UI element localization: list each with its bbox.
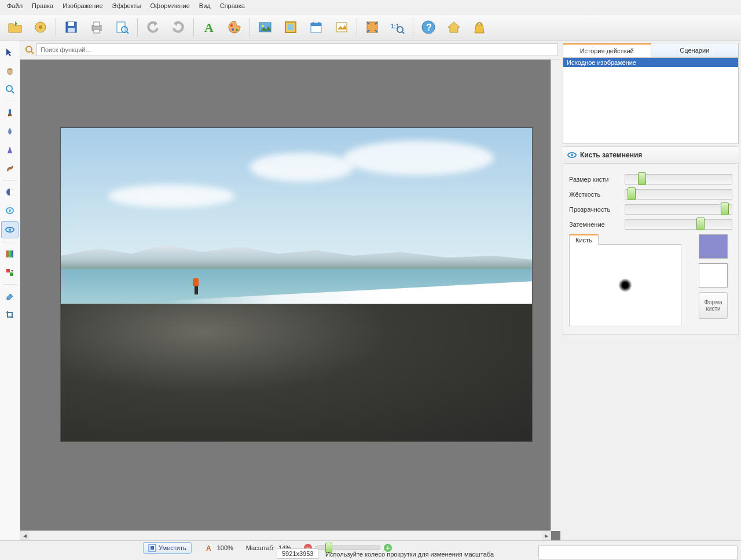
palette-button[interactable] — [223, 17, 246, 38]
svg-point-16 — [262, 25, 264, 27]
calendar-button[interactable] — [305, 17, 328, 38]
burn-tool[interactable] — [1, 221, 19, 238]
tab-history[interactable]: История действий — [563, 43, 651, 57]
menu-edit[interactable]: Правка — [27, 1, 58, 13]
svg-point-30 — [6, 86, 12, 91]
svg-line-10 — [127, 32, 129, 34]
menu-view[interactable]: Вид — [195, 1, 215, 13]
fit-screen-button[interactable]: Уместить — [143, 542, 192, 554]
crop-tool[interactable] — [2, 307, 18, 323]
save-button[interactable] — [60, 17, 83, 38]
menu-image[interactable]: Изображение — [58, 1, 107, 13]
text-a-icon: A — [206, 544, 214, 552]
vertical-scrollbar[interactable] — [551, 60, 560, 531]
menu-help[interactable]: Справка — [215, 1, 250, 13]
svg-text:A: A — [206, 544, 211, 552]
brush-panel: Размер кисти Жёсткость Прозрачность Зате… — [563, 164, 739, 335]
svg-line-42 — [31, 51, 34, 54]
menu-effects[interactable]: Эффекты — [108, 1, 146, 13]
image-canvas[interactable] — [61, 128, 532, 441]
svg-point-35 — [9, 209, 11, 212]
right-tabs: История действий Сценарии — [563, 43, 739, 57]
help-button[interactable]: ? — [417, 17, 440, 38]
redo-button[interactable] — [167, 17, 190, 38]
shop-button[interactable] — [468, 17, 491, 38]
svg-point-44 — [571, 154, 573, 156]
menu-file[interactable]: Файл — [2, 1, 27, 13]
sharpen-tool[interactable] — [2, 142, 18, 158]
menubar: Файл Правка Изображение Эффекты Оформлен… — [0, 0, 741, 14]
menu-decor[interactable]: Оформление — [146, 1, 195, 13]
sponge-tool[interactable] — [2, 202, 18, 219]
dodge-tool[interactable] — [2, 184, 18, 200]
zoom-100-label: 100% — [217, 544, 233, 551]
dimensions-label: 5921x3953 — [277, 548, 318, 559]
preview-button[interactable] — [111, 17, 134, 38]
search-row — [20, 40, 560, 60]
status-input[interactable] — [538, 546, 738, 559]
history-item[interactable]: Исходное изображение — [563, 58, 738, 67]
home-button[interactable] — [442, 17, 465, 38]
zoom-tool[interactable] — [2, 81, 18, 97]
image-button[interactable] — [254, 17, 277, 38]
svg-rect-39 — [6, 269, 10, 272]
svg-rect-4 — [68, 28, 75, 32]
pointer-tool[interactable] — [2, 44, 18, 60]
gradient-tool[interactable] — [2, 246, 18, 262]
brush-tool[interactable] — [2, 105, 18, 121]
size-slider[interactable] — [625, 174, 732, 185]
svg-text:A: A — [204, 20, 214, 35]
darken-slider[interactable] — [625, 219, 732, 230]
darken-label: Затемнение — [569, 221, 625, 228]
hardness-slider[interactable] — [625, 189, 732, 200]
color-swatch-primary[interactable] — [699, 234, 728, 259]
scroll-right-icon[interactable]: ▶ — [542, 531, 551, 540]
svg-rect-20 — [311, 23, 321, 26]
horizontal-scrollbar[interactable]: ◀ ▶ — [20, 530, 551, 540]
replace-color-tool[interactable] — [2, 264, 18, 281]
brush-preview — [569, 244, 681, 326]
svg-rect-38 — [6, 250, 13, 257]
tab-scripts[interactable]: Сценарии — [651, 43, 739, 57]
svg-point-37 — [9, 229, 11, 231]
svg-rect-6 — [94, 22, 100, 26]
search-input[interactable] — [36, 43, 558, 56]
panel-title-label: Кисть затемнения — [580, 151, 642, 159]
undo-button[interactable] — [141, 17, 164, 38]
svg-rect-40 — [10, 272, 13, 276]
color-swatch-secondary[interactable] — [699, 263, 728, 288]
burn-brush-icon — [567, 150, 577, 160]
text-button[interactable]: A — [197, 17, 221, 38]
open-button[interactable] — [3, 17, 27, 38]
brush-preview-tab[interactable]: Кисть — [569, 234, 599, 245]
blur-tool[interactable] — [2, 123, 18, 139]
svg-text:1:1: 1:1 — [391, 23, 399, 30]
opacity-label: Прозрачность — [569, 206, 625, 213]
eraser-tool[interactable] — [2, 288, 18, 304]
zoom-slider[interactable] — [316, 546, 380, 550]
svg-point-26 — [397, 27, 403, 32]
svg-rect-18 — [288, 24, 294, 30]
right-panel: История действий Сценарии Исходное изобр… — [560, 40, 741, 540]
fit-button[interactable] — [361, 17, 384, 38]
zoom-1-1-button[interactable]: 1:1 — [386, 17, 409, 38]
main-toolbar: A 1:1 ? — [0, 14, 741, 40]
canvas-area[interactable]: ◀ ▶ — [20, 60, 560, 540]
tool-sidebar — [0, 40, 20, 540]
smudge-tool[interactable] — [2, 160, 18, 176]
hand-tool[interactable] — [2, 62, 18, 79]
brush-shape-button[interactable]: Форма кисти — [699, 292, 728, 319]
svg-rect-46 — [151, 546, 154, 550]
picture-button[interactable] — [330, 17, 353, 38]
scroll-left-icon[interactable]: ◀ — [20, 531, 30, 540]
search-icon — [23, 45, 36, 54]
svg-point-13 — [232, 28, 234, 31]
svg-rect-7 — [94, 30, 100, 33]
size-label: Размер кисти — [569, 176, 625, 183]
frame-button[interactable] — [279, 17, 302, 38]
history-list[interactable]: Исходное изображение — [563, 57, 739, 144]
opacity-slider[interactable] — [625, 204, 732, 215]
hint-label: Используйте колесо прокрутки для изменен… — [325, 551, 494, 558]
batch-button[interactable] — [29, 17, 52, 38]
print-button[interactable] — [85, 17, 108, 38]
